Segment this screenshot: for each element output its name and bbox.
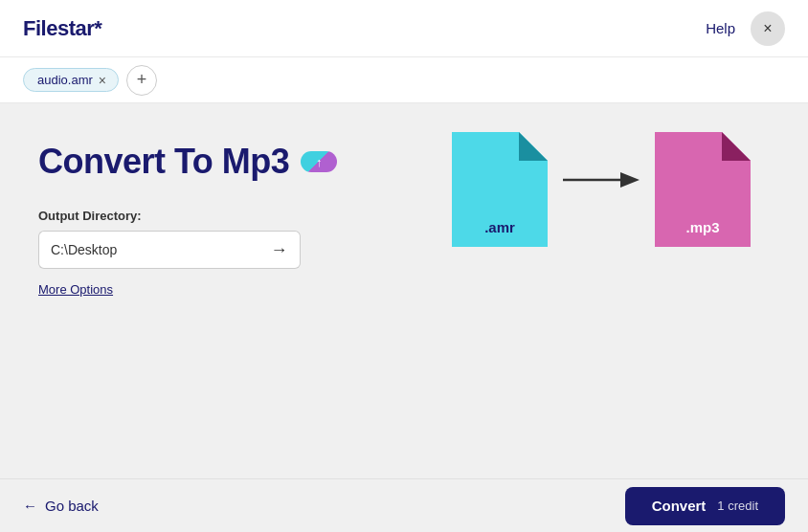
source-file-icon: .amr	[452, 132, 548, 247]
close-button[interactable]: ×	[751, 11, 785, 46]
upload-badge: ↑	[301, 151, 337, 172]
arrow-right-icon: →	[271, 240, 288, 260]
more-options-link[interactable]: More Options	[38, 282, 113, 297]
convert-label: Convert	[652, 498, 707, 514]
conversion-arrow	[548, 168, 655, 191]
bottom-bar: ← Go back Convert 1 credit	[0, 478, 808, 532]
target-format-label: .mp3	[685, 219, 719, 235]
close-icon: ×	[763, 20, 772, 37]
app-logo: Filestar*	[23, 16, 101, 41]
add-tab-button[interactable]: +	[126, 65, 157, 96]
source-format-label: .amr	[484, 219, 515, 235]
arrow-icon	[563, 168, 640, 191]
target-file-icon: .mp3	[655, 132, 751, 247]
output-directory-input[interactable]	[38, 231, 258, 269]
plus-icon: +	[137, 70, 147, 90]
credit-label: 1 credit	[717, 499, 758, 513]
tab-bar: audio.amr × +	[0, 57, 808, 103]
svg-marker-1	[519, 132, 548, 161]
back-arrow-icon: ←	[23, 498, 37, 514]
conversion-visual: .amr .mp3	[452, 132, 751, 247]
convert-button[interactable]: Convert 1 credit	[625, 487, 785, 525]
header-right: Help ×	[706, 11, 785, 46]
output-browse-button[interactable]: →	[258, 231, 301, 269]
header: Filestar* Help ×	[0, 0, 808, 57]
main-content: Convert To Mp3 ↑ Output Directory: → Mor…	[0, 103, 808, 478]
svg-marker-5	[722, 132, 751, 161]
svg-marker-3	[620, 172, 640, 188]
file-tab-label: audio.amr	[37, 73, 93, 87]
file-tab-close-icon[interactable]: ×	[99, 74, 106, 87]
file-tab[interactable]: audio.amr ×	[23, 68, 119, 92]
go-back-label: Go back	[45, 498, 99, 514]
upload-arrow-icon: ↑	[316, 155, 323, 169]
help-link[interactable]: Help	[706, 20, 735, 36]
page-title: Convert To Mp3	[38, 142, 289, 182]
go-back-button[interactable]: ← Go back	[23, 498, 99, 514]
